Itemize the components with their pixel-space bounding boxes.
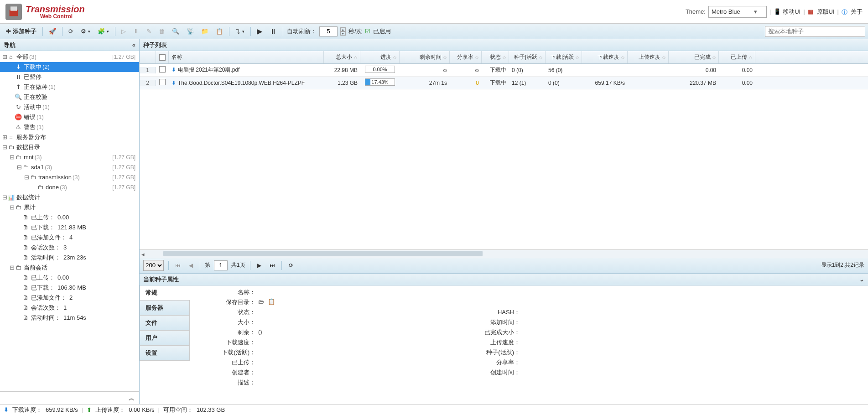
reload-button[interactable]: ⟳ xyxy=(286,261,296,270)
tree-node-trackers[interactable]: ⊞≡服务器分布 xyxy=(0,132,139,142)
table-row[interactable]: 1⬇电脑报 2021年第20期.pdf22.98 MB0.00%∞∞下载中0 (… xyxy=(140,64,868,77)
page-input[interactable] xyxy=(214,260,228,270)
page-size-select[interactable]: 200 xyxy=(143,260,164,271)
column-header[interactable]: 已完成◇ xyxy=(669,51,719,63)
tree-toggle[interactable]: ⊟ xyxy=(24,173,29,182)
settings-button[interactable]: ⚙▾ xyxy=(78,26,93,36)
original-ui-link[interactable]: ▦ 原版UI xyxy=(808,8,835,16)
tree-toggle[interactable]: ⊟ xyxy=(2,193,7,202)
tree-node-warning[interactable]: ⚠警告 (1) xyxy=(0,122,139,132)
tree-node-s-sess[interactable]: 🗎会话次数： 1 xyxy=(0,303,139,313)
tree-node-sda1[interactable]: ⊟🗀sda1 (3)[1.27 GB] xyxy=(0,162,139,172)
move-button[interactable]: 📁 xyxy=(199,26,211,36)
column-header[interactable]: 名称 xyxy=(169,51,324,63)
mobile-ui-link[interactable]: 📱 移动UI xyxy=(774,8,800,16)
tree-node-t-down[interactable]: 🗎已下载： 121.83 MB xyxy=(0,223,139,233)
select-all-checkbox[interactable] xyxy=(159,54,166,61)
tree-node-t-files[interactable]: 🗎已添加文件： 4 xyxy=(0,233,139,243)
horizontal-scrollbar[interactable]: ◂ xyxy=(140,249,868,258)
tree-toggle[interactable]: ⊟ xyxy=(2,52,7,62)
tree-node-done[interactable]: 🗀done (3)[1.27 GB] xyxy=(0,182,139,192)
column-header[interactable]: 下载速度◇ xyxy=(582,51,628,63)
plugin-button[interactable]: 🧩▾ xyxy=(95,26,111,36)
column-header[interactable]: 已上传◇ xyxy=(719,51,755,63)
tree-node-all[interactable]: ⊟⌂全部 (3)[1.27 GB] xyxy=(0,52,139,62)
next-page-button[interactable]: ▶ xyxy=(255,261,264,270)
delete-button[interactable]: 🗑 xyxy=(156,26,167,36)
tracker-button[interactable]: 📡 xyxy=(184,26,196,36)
column-header[interactable]: 下载|活跃◇ xyxy=(546,51,582,63)
pause-all-button[interactable]: ⏸ xyxy=(267,26,279,37)
refresh-interval-input[interactable] xyxy=(319,26,338,36)
about-link[interactable]: ⓘ 关于 xyxy=(842,8,863,16)
tree-node-session[interactable]: ⊟🗀当前会话 xyxy=(0,263,139,273)
recheck-button[interactable]: 🔍 xyxy=(170,26,182,36)
tree-node-checking[interactable]: 🔍正在校验 xyxy=(0,92,139,102)
tree-toggle[interactable]: ⊟ xyxy=(9,263,15,272)
tree-node-error[interactable]: ⛔错误 (1) xyxy=(0,112,139,122)
tree-toggle[interactable]: ⊞ xyxy=(2,133,7,142)
refresh-button[interactable]: ⟳ xyxy=(66,26,76,36)
column-header[interactable]: 上传速度◇ xyxy=(628,51,669,63)
column-header[interactable] xyxy=(156,51,169,63)
row-checkbox[interactable] xyxy=(159,79,166,85)
tree-node-stats[interactable]: ⊟📊数据统计 xyxy=(0,192,139,202)
column-header[interactable]: 总大小◇ xyxy=(324,51,360,63)
play-button[interactable]: ▷ xyxy=(119,26,128,36)
theme-select[interactable]: Metro Blue ▾ xyxy=(708,6,767,18)
start-all-button[interactable]: ▶ xyxy=(255,26,265,37)
column-header[interactable]: 状态◇ xyxy=(482,51,509,63)
prop-tab-0[interactable]: 常规 xyxy=(140,285,190,301)
tree-node-paused[interactable]: ⏸已暂停 xyxy=(0,72,139,82)
prop-tab-1[interactable]: 服务器 xyxy=(140,300,190,316)
pause-button[interactable]: ⏸ xyxy=(131,26,141,36)
clipboard-icon[interactable]: 📋 xyxy=(268,298,275,305)
tree-node-t-sess[interactable]: 🗎会话次数： 3 xyxy=(0,243,139,253)
prop-tab-3[interactable]: 用户 xyxy=(140,330,190,346)
tree-node-active[interactable]: ↻活动中 (1) xyxy=(0,102,139,112)
tree-toggle[interactable]: ⊟ xyxy=(9,203,15,212)
first-page-button[interactable]: ⏮ xyxy=(173,261,182,270)
tree-toggle[interactable]: ⊟ xyxy=(9,153,15,162)
tree-node-s-files[interactable]: 🗎已添加文件： 2 xyxy=(0,293,139,303)
column-header[interactable] xyxy=(140,51,156,63)
tree-node-s-down[interactable]: 🗎已下载： 106.30 MB xyxy=(0,283,139,293)
tree-node-s-up[interactable]: 🗎已上传： 0.00 xyxy=(0,273,139,283)
prop-tab-2[interactable]: 文件 xyxy=(140,315,190,331)
tree-node-mnt[interactable]: ⊟🗀mnt (3)[1.27 GB] xyxy=(0,152,139,162)
tree-node-total[interactable]: ⊟🗀累计 xyxy=(0,202,139,213)
tree-icon: ↻ xyxy=(15,103,22,112)
tree-node-seeding[interactable]: ⬆正在做种 (1) xyxy=(0,82,139,92)
tree-node-data-dir[interactable]: ⊟🗀数据目录 xyxy=(0,142,139,152)
collapse-sidebar-button[interactable]: « xyxy=(132,42,135,48)
scrollbar-thumb[interactable] xyxy=(163,251,483,256)
start-button[interactable]: 🚀 xyxy=(47,26,58,36)
tree-toggle[interactable]: ⊟ xyxy=(16,163,22,172)
last-page-button[interactable]: ⏭ xyxy=(268,261,277,270)
tree-node-t-up[interactable]: 🗎已上传： 0.00 xyxy=(0,213,139,223)
row-checkbox[interactable] xyxy=(159,66,166,73)
column-header[interactable]: 种子|活跃◇ xyxy=(509,51,546,63)
table-row[interactable]: 2⬇The.Good.Doctor.S04E19.1080p.WEB.H264-… xyxy=(140,77,868,89)
tree-toggle[interactable]: ⊟ xyxy=(2,143,7,152)
expand-up-icon[interactable]: ︽ xyxy=(129,394,135,402)
speed-button[interactable]: ⇅▾ xyxy=(233,26,247,36)
scroll-left-icon[interactable]: ◂ xyxy=(141,251,145,258)
prev-page-button[interactable]: ◀ xyxy=(186,261,195,270)
folder-open-icon[interactable]: 🗁 xyxy=(258,298,264,305)
tree-node-downloading[interactable]: ⬇下载中 (2) xyxy=(0,62,139,72)
column-header[interactable]: 分享率◇ xyxy=(450,51,482,63)
refresh-spinner[interactable]: ▴▾ xyxy=(340,27,346,36)
search-input[interactable] xyxy=(765,26,865,37)
collapse-props-button[interactable]: ⌄ xyxy=(859,276,864,283)
add-torrent-button[interactable]: ✚ 添加种子 xyxy=(4,26,39,37)
column-header[interactable]: 进度◇ xyxy=(360,51,400,63)
tree-node-s-time[interactable]: 🗎活动时间： 11m 54s xyxy=(0,313,139,323)
tree-node-transmission[interactable]: ⊟🗀transmission (3)[1.27 GB] xyxy=(0,172,139,182)
edit-button[interactable]: ✎ xyxy=(144,26,154,36)
tree-node-t-time[interactable]: 🗎活动时间： 23m 23s xyxy=(0,253,139,263)
nav-tree: ⊟⌂全部 (3)[1.27 GB]⬇下载中 (2)⏸已暂停⬆正在做种 (1)🔍正… xyxy=(0,51,139,391)
rename-button[interactable]: 📋 xyxy=(213,26,225,36)
column-header[interactable]: 剩余时间◇ xyxy=(400,51,450,63)
prop-tab-4[interactable]: 设置 xyxy=(140,345,190,361)
